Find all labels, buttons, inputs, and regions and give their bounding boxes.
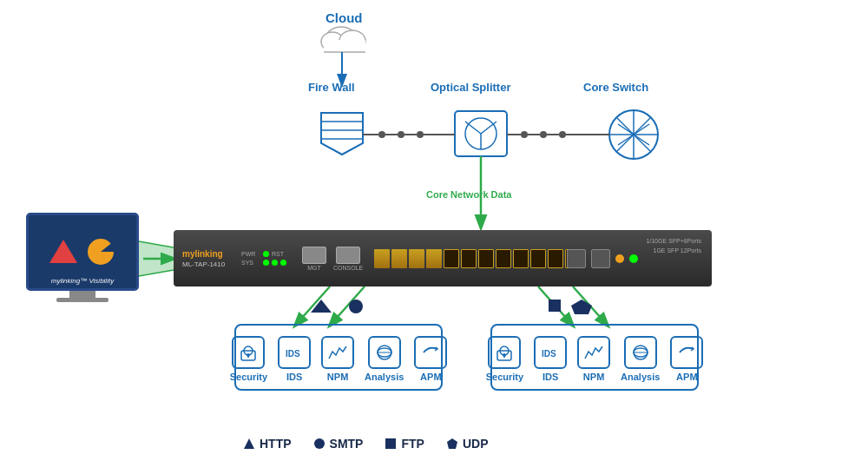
tool-npm-right: NPM (577, 336, 610, 382)
tool-security-left-label: Security (230, 372, 267, 382)
tap-brand-model: mylinking ML-TAP-1410 (182, 249, 234, 268)
ids-svg-right: IDS (540, 342, 561, 363)
svg-line-19 (616, 117, 651, 152)
analysis-icon-right (624, 336, 657, 369)
right-ports (567, 249, 638, 268)
svg-rect-48 (549, 300, 561, 312)
led-sys-label: SYS (241, 260, 260, 266)
svg-marker-50 (49, 240, 77, 263)
legend-smtp-label: SMTP (330, 437, 364, 451)
tool-ids-left-label: IDS (286, 372, 302, 382)
core-network-data-label: Core Network Data (426, 189, 511, 200)
tool-apm-left: APM (414, 336, 447, 382)
ids-icon-right: IDS (534, 336, 567, 369)
security-svg-left (238, 342, 259, 363)
svg-rect-10 (455, 111, 507, 156)
monitor-stand (69, 291, 95, 298)
pentagon-legend-icon (446, 438, 458, 450)
tool-security-left: Security (230, 336, 267, 382)
toolbox-1: Security IDS IDS (234, 324, 443, 391)
svg-point-70 (314, 438, 325, 449)
apm-svg-left (420, 342, 441, 363)
tap-leds: PWR RST SYS (241, 251, 291, 266)
triangle-icon (49, 237, 79, 267)
led-pwr-label: PWR (241, 251, 260, 257)
mgt-port[interactable] (302, 247, 326, 264)
tool-apm-left-label: APM (420, 372, 441, 382)
mgt-port-group: MGT (302, 247, 326, 271)
console-port-group: CONSOLE (333, 247, 363, 271)
legend-smtp: SMTP (313, 437, 364, 451)
apm-icon-right (670, 336, 703, 369)
legend-http-label: HTTP (260, 437, 292, 451)
sfp-port-5 (444, 249, 459, 268)
tool-analysis-right: Analysis (621, 336, 660, 382)
circle-legend-icon (313, 438, 326, 450)
led-sys-1 (263, 260, 269, 266)
security-svg-right (494, 342, 515, 363)
led-rst-label: RST (272, 251, 291, 257)
npm-svg-left (327, 343, 348, 362)
svg-marker-72 (447, 438, 457, 449)
monitor-label: mylinking™ Visibility (29, 277, 136, 285)
sfp-port-11 (548, 249, 563, 268)
tool-npm-left: NPM (321, 336, 354, 382)
npm-svg-right (583, 343, 604, 362)
firewall-label: Fire Wall (308, 81, 355, 94)
tool-npm-left-label: NPM (327, 372, 348, 382)
svg-line-13 (481, 122, 496, 134)
sfp-port-1 (374, 249, 390, 268)
npm-icon-right (577, 336, 610, 369)
optical-splitter-label: Optical Splitter (431, 81, 510, 94)
core-switch-label: Core Switch (583, 81, 648, 94)
svg-text:IDS: IDS (286, 349, 300, 359)
svg-point-30 (521, 131, 528, 138)
monitor-base (56, 298, 108, 302)
ids-svg-left: IDS (284, 342, 305, 363)
legend-row: HTTP SMTP FTP UDP (243, 437, 488, 451)
sfp-ports (374, 249, 581, 268)
led-sys-3 (280, 260, 286, 266)
svg-point-25 (398, 131, 404, 138)
tool-icons-row-left: Security IDS IDS (230, 336, 448, 382)
svg-line-44 (538, 286, 573, 326)
monitor-device: mylinking™ Visibility (26, 213, 139, 302)
svg-marker-6 (321, 113, 363, 155)
pie-icon (86, 237, 116, 267)
led-pwr (263, 251, 269, 257)
status-led-orange (615, 254, 624, 263)
tool-ids-left: IDS IDS (278, 336, 311, 382)
svg-line-41 (139, 270, 174, 276)
npm-icon-left (321, 336, 354, 369)
analysis-svg-right (630, 342, 651, 363)
tool-apm-right-label: APM (676, 372, 697, 382)
tap-device: mylinking ML-TAP-1410 PWR RST SYS MGT (174, 230, 712, 286)
legend-http: HTTP (243, 437, 292, 451)
console-port[interactable] (336, 247, 360, 264)
tool-apm-right: APM (670, 336, 703, 382)
svg-line-18 (616, 117, 651, 152)
cloud-label: Cloud (326, 10, 363, 25)
tool-ids-right-label: IDS (542, 372, 558, 382)
tool-analysis-left-label: Analysis (365, 372, 404, 382)
legend-udp-label: UDP (463, 437, 489, 451)
mgt-label: MGT (307, 265, 321, 271)
svg-rect-3 (324, 40, 365, 52)
console-label: CONSOLE (333, 265, 363, 271)
svg-marker-39 (139, 241, 174, 276)
svg-point-34 (559, 131, 566, 138)
tool-ids-right: IDS IDS (534, 336, 567, 382)
sfp-port-6 (461, 249, 477, 268)
network-diagram: Cloud Fire Wall Optical Splitter Core Sw… (0, 0, 868, 461)
tap-model: ML-TAP-1410 (182, 260, 234, 268)
svg-point-2 (339, 30, 365, 51)
sfp-port-4 (426, 249, 442, 268)
ids-icon-left: IDS (278, 336, 311, 369)
analysis-icon-left (368, 336, 401, 369)
security-icon-left (232, 336, 265, 369)
sfp-port-7 (478, 249, 494, 268)
tool-box-left: Security IDS IDS (234, 324, 443, 391)
tool-security-right-label: Security (486, 372, 523, 382)
svg-point-27 (417, 131, 424, 138)
sfp-port-10 (530, 249, 546, 268)
